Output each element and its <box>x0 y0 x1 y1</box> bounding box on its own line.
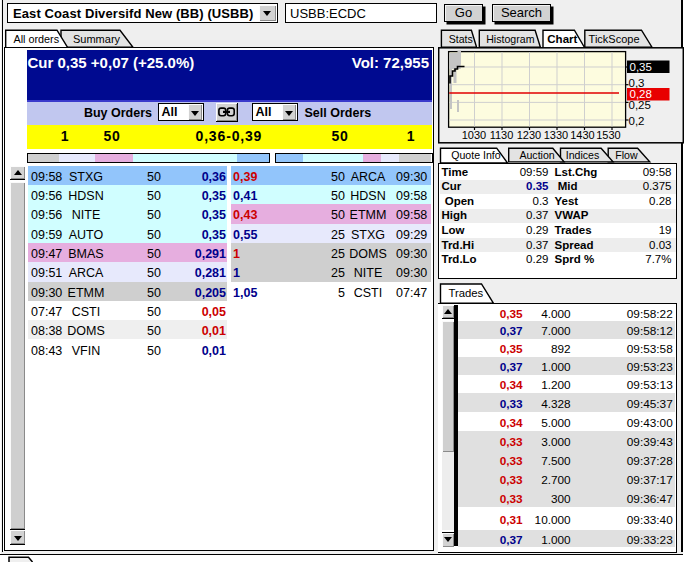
svg-text:Indices: Indices <box>565 148 599 160</box>
svg-text:0,25: 0,25 <box>628 99 650 111</box>
svg-text:Chart: Chart <box>547 33 577 45</box>
svg-text:1030: 1030 <box>461 129 485 141</box>
svg-text:1430: 1430 <box>570 129 594 141</box>
svg-text:TickScope: TickScope <box>589 33 640 45</box>
svg-text:1230: 1230 <box>516 129 540 141</box>
svg-text:0,35: 0,35 <box>629 61 651 73</box>
svg-text:1130: 1130 <box>489 129 513 141</box>
svg-text:1530: 1530 <box>596 129 620 141</box>
svg-text:0,3: 0,3 <box>628 77 644 89</box>
svg-text:Stats: Stats <box>449 33 473 45</box>
svg-text:All orders: All orders <box>14 33 60 45</box>
svg-text:Flow: Flow <box>615 148 638 160</box>
svg-text:0,2: 0,2 <box>628 115 644 127</box>
svg-text:Histogram: Histogram <box>486 33 534 45</box>
svg-text:Summary: Summary <box>73 33 121 45</box>
svg-text:Trades: Trades <box>448 287 483 299</box>
svg-text:1330: 1330 <box>543 129 567 141</box>
svg-text:Quote Info: Quote Info <box>451 148 501 160</box>
svg-text:Auction: Auction <box>519 148 554 160</box>
